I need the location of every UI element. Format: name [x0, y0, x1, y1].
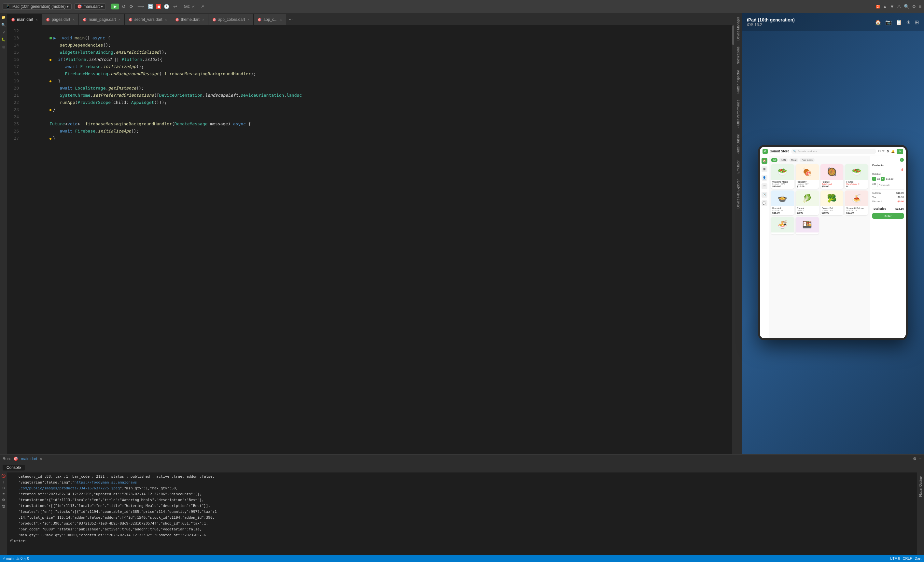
tab-main-page-dart[interactable]: 🎯 main_page.dart × [79, 14, 124, 25]
list-item[interactable]: 🍱 [796, 217, 819, 234]
magnify-icon[interactable]: 🔍 [904, 4, 909, 9]
panel-device-file-explorer[interactable]: Device File Explorer [736, 177, 741, 211]
home-icon[interactable]: 🏠 [875, 19, 881, 25]
tab-app-c[interactable]: 🎯 app_c... × [254, 14, 286, 25]
git-push-icon[interactable]: ↗ [201, 4, 204, 9]
add-label: Add [872, 183, 876, 187]
delete-icon[interactable]: 🗑 [901, 168, 904, 171]
trash-icon[interactable]: 🗑 [2, 504, 6, 508]
code-content[interactable]: ▶ void main() async { setUpDependencies(… [20, 25, 732, 454]
bell-icon[interactable]: 🔔 [891, 150, 895, 153]
promo-input[interactable] [877, 183, 906, 187]
nav-home[interactable]: 🏠 [762, 158, 767, 164]
list-item[interactable]: 🥦 Golden Brif In stock · 408 $18.00 [820, 190, 844, 215]
cat-tab-fun-foods[interactable]: Fun foods [800, 158, 814, 162]
chevron-up-icon[interactable]: ▲ [883, 4, 887, 9]
list-item[interactable]: 🥬 Ratatui In stock $2.00 [796, 190, 819, 215]
run-file[interactable]: main.dart [21, 457, 37, 461]
panel-emulator[interactable]: Emulator [736, 158, 741, 176]
order-button[interactable]: Order [872, 213, 904, 219]
device-selector[interactable]: 📱 iPad (10th generation) (mobile) ▾ [3, 3, 72, 10]
editor-scrollbar[interactable] [732, 25, 735, 454]
close-icon[interactable]: × [36, 18, 38, 21]
camera-icon[interactable]: 📷 [885, 19, 892, 25]
tab-secret-vars-dart[interactable]: 🎯 secret_vars.dart × [125, 14, 171, 25]
more-tabs-button[interactable]: ⋯ [286, 14, 295, 25]
search-bar[interactable]: 🔍 Search products [791, 149, 876, 154]
qty-increase-button[interactable]: + [881, 177, 885, 181]
close-icon[interactable]: × [118, 18, 120, 21]
run-close-button[interactable]: × [40, 457, 42, 461]
panel-device-manager[interactable]: Device Manager [736, 14, 741, 43]
panel-flutter-performance[interactable]: Flutter Performance [736, 97, 741, 131]
copy-icon[interactable]: 📋 [896, 19, 902, 25]
products-area: All KAN Meat Fun foods 🥗 Watering Meals [769, 156, 870, 338]
close-icon[interactable]: × [165, 18, 167, 21]
reload-button[interactable]: ↺ [120, 3, 127, 10]
run-button[interactable]: ▶ [111, 4, 119, 9]
nav-chat[interactable]: 💬 [762, 200, 767, 206]
cat-tab-meat[interactable]: Meat [789, 158, 799, 162]
cart-bag-icon[interactable]: 🛍 [897, 149, 903, 154]
list-item[interactable]: 🍜 [771, 217, 794, 234]
list-item[interactable]: 🥗 Frande Out of stock · 0 0 [845, 164, 868, 189]
clear-icon[interactable]: 🚫 [1, 474, 6, 478]
folder-icon[interactable]: 📁 [0, 14, 7, 21]
code-editor[interactable]: 12 13 14 15 16 17 18 19 20 21 22 23 24 2… [7, 25, 735, 454]
scroll-icon[interactable]: ↓ [3, 480, 4, 484]
extensions-icon[interactable]: ⊞ [1, 44, 6, 50]
cat-tab-kan[interactable]: KAN [779, 158, 788, 162]
panel-notifications[interactable]: Notifications [736, 44, 741, 67]
search-icon[interactable]: 🔍 [0, 22, 7, 28]
forward-button[interactable]: ⟶ [136, 3, 145, 10]
cart-add-button[interactable]: + [900, 158, 904, 162]
filter-icon[interactable]: ⊙ [2, 486, 5, 490]
brightness-icon[interactable]: ☀ [906, 19, 910, 25]
nav-user[interactable]: 👤 [762, 175, 767, 181]
list-item[interactable]: 🍖 Francony In stock · 357 $10.00 [796, 164, 819, 189]
close-icon[interactable]: × [280, 18, 282, 21]
list-item[interactable]: 🍝 Spaghetti Bolognese In stock · 13 $23.… [845, 190, 868, 215]
refresh-button[interactable]: 🔄 [147, 3, 154, 10]
close-icon[interactable]: × [248, 18, 250, 21]
tab-theme-dart[interactable]: 🎯 theme.dart × [171, 14, 208, 25]
stop-button[interactable]: ■ [156, 4, 161, 9]
nav-grid[interactable]: ⊞ [762, 166, 767, 172]
debug-icon[interactable]: 🐛 [0, 36, 7, 43]
history-button[interactable]: ↩ [172, 3, 178, 10]
chevron-down-icon[interactable]: ▼ [890, 4, 894, 9]
scrollbar-thumb[interactable] [732, 25, 734, 45]
minimize-button[interactable]: − [919, 457, 921, 461]
list-item[interactable]: 🥘 Ratatue Out of stock $18.00 [820, 164, 844, 189]
qty-decrease-button[interactable]: − [872, 177, 876, 181]
file-selector[interactable]: 🎯 main.dart ▾ [74, 3, 106, 10]
panel-label[interactable]: Flutter Outline [918, 474, 923, 499]
git-icon[interactable]: ⑂ [2, 29, 6, 35]
nav-clock[interactable]: 🕐 [762, 192, 767, 198]
settings-icon[interactable]: ⚙ [2, 498, 5, 502]
product-image: 🥗 [845, 164, 868, 180]
git-branch[interactable]: ⑂ main [3, 556, 14, 561]
console-area[interactable]: category_id :88, tax :1, bar_code : 2121… [7, 472, 917, 555]
more-icon[interactable]: ≡ [919, 4, 921, 9]
list-item[interactable]: 🍲 Branded In stock · 53 $15.00 [771, 190, 794, 215]
cat-tab-all[interactable]: All [771, 158, 777, 162]
panel-flutter-outline[interactable]: Flutter Outline [736, 132, 741, 157]
nav-heart[interactable]: ♡ [762, 183, 767, 189]
settings-icon[interactable]: ⚙ [886, 150, 889, 153]
panel-flutter-inspector[interactable]: Flutter Inspector [736, 67, 741, 96]
tab-app-colors-dart[interactable]: 🎯 app_colors.dart × [208, 14, 254, 25]
close-icon[interactable]: × [202, 18, 204, 21]
list-item[interactable]: 🥗 Watering Meals In stock · 9977 $114.00 [771, 164, 794, 189]
tab-console[interactable]: Console [3, 465, 25, 471]
git-sync-icon[interactable]: ↑ [197, 4, 199, 9]
tab-pages-dart[interactable]: 🎯 pages.dart × [42, 14, 79, 25]
expand-icon[interactable]: ⊞ [915, 19, 919, 25]
settings-icon[interactable]: ⚙ [913, 457, 916, 461]
close-icon[interactable]: × [73, 18, 75, 21]
settings-icon[interactable]: ⚙ [912, 4, 916, 9]
product-name: Branded [772, 207, 793, 209]
tab-main-dart[interactable]: 🎯 main.dart × [7, 14, 42, 25]
reload2-button[interactable]: ⟳ [128, 3, 135, 10]
filter2-icon[interactable]: ≡ [3, 492, 4, 496]
